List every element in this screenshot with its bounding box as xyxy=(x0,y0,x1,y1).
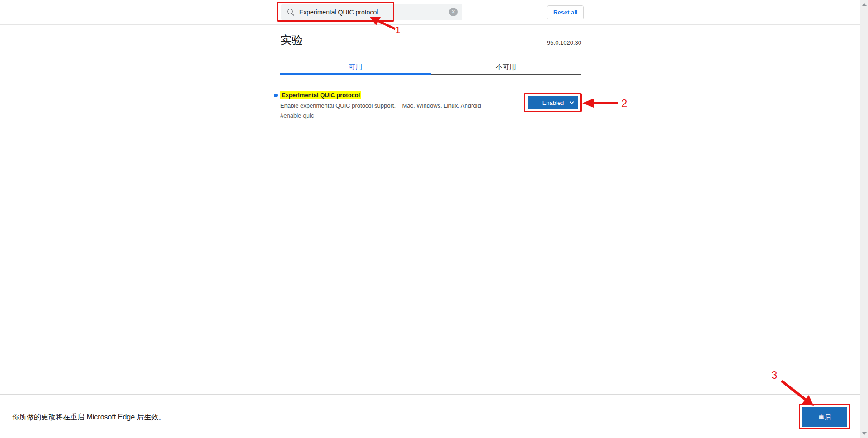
tab-available[interactable]: 可用 xyxy=(280,60,431,75)
flag-permalink[interactable]: #enable-quic xyxy=(280,112,314,119)
scroll-up-icon[interactable] xyxy=(862,3,867,6)
clear-search-icon[interactable]: × xyxy=(449,8,458,16)
restart-button[interactable]: 重启 xyxy=(802,407,847,427)
flag-value-select[interactable]: Enabled xyxy=(528,96,578,109)
reset-all-button[interactable]: Reset all xyxy=(547,5,584,19)
chevron-down-icon xyxy=(570,100,574,104)
restart-message: 你所做的更改将在重启 Microsoft Edge 后生效。 xyxy=(12,413,166,422)
vertical-scrollbar[interactable] xyxy=(860,0,868,438)
page-title: 实验 xyxy=(280,33,303,47)
annotation-arrow-2 xyxy=(582,99,618,108)
search-icon xyxy=(287,8,295,16)
tab-strip: 可用 不可用 xyxy=(280,60,581,75)
version-label: 95.0.1020.30 xyxy=(547,39,581,46)
flags-header: × Reset all xyxy=(0,0,868,25)
annotation-label-3: 3 xyxy=(771,369,777,381)
edge-flags-page: × Reset all 实验 95.0.1020.30 可用 不可用 Exper… xyxy=(0,0,868,438)
tab-unavailable[interactable]: 不可用 xyxy=(431,60,581,75)
flag-name: Experimental QUIC protocol xyxy=(280,91,361,99)
restart-footer: 你所做的更改将在重启 Microsoft Edge 后生效。 重启 xyxy=(0,394,868,438)
scroll-down-icon[interactable] xyxy=(862,432,867,435)
flag-modified-dot-icon xyxy=(274,94,278,97)
annotation-label-2: 2 xyxy=(621,97,627,110)
search-field[interactable]: × xyxy=(281,4,462,20)
search-input[interactable] xyxy=(299,9,449,16)
annotation-label-1: 1 xyxy=(395,24,401,35)
flag-value-label: Enabled xyxy=(542,99,564,106)
